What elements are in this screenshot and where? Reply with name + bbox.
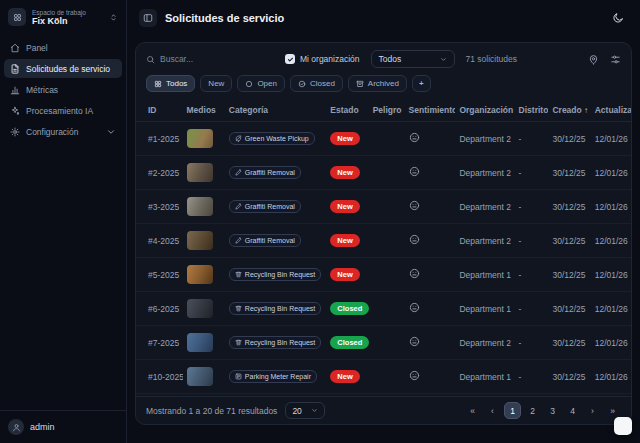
category-icon (235, 169, 242, 176)
category-label: Graffiti Removal (245, 237, 295, 244)
category-icon (235, 339, 242, 346)
neutral-sentiment-icon (409, 370, 420, 381)
sidebar-item-metricas[interactable]: Métricas (4, 80, 122, 99)
status-filter-chips: Todos New Open Closed Arc (136, 72, 631, 99)
filter-chip-open[interactable]: Open (237, 75, 285, 92)
sidebar-item-procesamiento-ia[interactable]: Procesamiento IA (4, 101, 122, 120)
results-count: 71 solicitudes (466, 54, 518, 64)
my-organization-label: Mi organización (300, 54, 360, 64)
filter-chip-label: Open (257, 79, 277, 88)
my-organization-checkbox[interactable]: Mi organización (285, 54, 360, 64)
district-cell: - (515, 156, 549, 190)
col-sentimiento[interactable]: Sentimiento (405, 99, 456, 122)
table-row[interactable]: #6-2025 Recycling Bin Request Closed Dep… (136, 292, 631, 326)
table-row[interactable]: #10-2025 Parking Meter Repair New Depart… (136, 360, 631, 394)
checkbox-box[interactable] (285, 54, 295, 64)
filter-chip-label: Todos (166, 79, 187, 88)
topbar: Solicitudes de servicio (127, 0, 640, 36)
list-toolbar: Mi organización Todos 71 solicitudes (136, 43, 631, 72)
filter-chip-closed[interactable]: Closed (290, 75, 343, 92)
sidebar-item-configuracion[interactable]: Configuración (4, 122, 122, 141)
prev-page-button[interactable]: ‹ (484, 402, 501, 419)
page-button[interactable]: 3 (544, 402, 561, 419)
filter-chip-archived[interactable]: Archived (348, 75, 407, 92)
filter-chip-todos[interactable]: Todos (146, 75, 195, 92)
page-button[interactable]: 2 (524, 402, 541, 419)
table-body: #1-2025 Green Waste Pickup New Departmen… (136, 122, 631, 397)
table-row[interactable]: #5-2025 Recycling Bin Request New Depart… (136, 258, 631, 292)
workspace-label: Espacio de trabajo (32, 9, 103, 16)
media-cell (183, 122, 225, 156)
created-cell: 30/12/25 (548, 156, 590, 190)
filter-chip-new[interactable]: New (200, 75, 232, 92)
search-input[interactable] (160, 54, 274, 64)
chat-widget-button[interactable] (614, 417, 632, 435)
first-page-button[interactable]: « (464, 402, 481, 419)
next-page-button[interactable]: › (584, 402, 601, 419)
danger-cell (369, 224, 405, 258)
table-footer: Mostrando 1 a 20 de 71 resultados 20 « ‹… (136, 396, 631, 424)
col-id[interactable]: ID (136, 99, 183, 122)
sparkles-icon (10, 106, 20, 116)
table-row[interactable]: #1-2025 Green Waste Pickup New Departmen… (136, 122, 631, 156)
organization-cell: Department 1 (455, 292, 514, 326)
user-menu[interactable]: admin (0, 410, 126, 443)
col-peligro[interactable]: Peligro (369, 99, 405, 122)
table-row[interactable]: #4-2025 Graffiti Removal New Department … (136, 224, 631, 258)
col-estado[interactable]: Estado (326, 99, 368, 122)
search-icon (146, 55, 155, 64)
map-pin-icon[interactable] (588, 54, 599, 65)
col-categoria[interactable]: Categoría (225, 99, 327, 122)
created-cell: 30/12/25 (548, 190, 590, 224)
add-filter-button[interactable]: + (412, 75, 431, 92)
page-size-select[interactable]: 20 (285, 402, 325, 419)
district-cell: - (515, 224, 549, 258)
media-thumbnail[interactable] (187, 333, 213, 352)
sentiment-cell (405, 258, 456, 292)
workspace-switcher[interactable]: Espacio de trabajo Fix Köln (0, 0, 126, 32)
col-organizacion[interactable]: Organización (455, 99, 514, 122)
category-label: Graffiti Removal (245, 169, 295, 176)
sentiment-cell (405, 326, 456, 360)
sidebar-item-solicitudes[interactable]: Solicitudes de servicio (4, 59, 122, 78)
updated-cell: 12/01/26 (591, 122, 631, 156)
page-button[interactable]: 4 (564, 402, 581, 419)
chevrons-up-down-icon[interactable] (109, 13, 118, 22)
sidebar-item-panel[interactable]: Panel (4, 38, 122, 57)
sidebar-item-label: Métricas (26, 85, 58, 95)
requests-table-wrap[interactable]: ID Medios Categoría Estado Peligro Senti… (136, 99, 631, 396)
media-thumbnail[interactable] (187, 163, 213, 182)
table-row[interactable]: #2-2025 Graffiti Removal New Department … (136, 156, 631, 190)
category-badge: Recycling Bin Request (229, 302, 321, 315)
col-medios[interactable]: Medios (183, 99, 225, 122)
category-label: Graffiti Removal (245, 203, 295, 210)
media-thumbnail[interactable] (187, 129, 213, 148)
neutral-sentiment-icon (409, 268, 420, 279)
organization-select[interactable]: Todos (371, 50, 455, 68)
page-size-value: 20 (292, 406, 301, 416)
media-cell (183, 224, 225, 258)
col-creado[interactable]: Creado ↑ (548, 99, 590, 122)
media-thumbnail[interactable] (187, 231, 213, 250)
media-thumbnail[interactable] (187, 197, 213, 216)
grid-icon (154, 80, 162, 88)
request-id: #5-2025 (136, 258, 183, 292)
col-distrito[interactable]: Distrito (515, 99, 549, 122)
category-icon (235, 203, 242, 210)
table-row[interactable]: #7-2025 Recycling Bin Request Closed Dep… (136, 326, 631, 360)
category-cell: Graffiti Removal (225, 156, 327, 190)
sidebar-toggle-icon[interactable] (139, 9, 157, 27)
organization-cell: Department 2 (455, 224, 514, 258)
view-options-sliders-icon[interactable] (610, 54, 621, 65)
media-thumbnail[interactable] (187, 265, 213, 284)
col-actualizado[interactable]: Actualizado (591, 99, 631, 122)
search-box (146, 54, 274, 64)
media-cell (183, 190, 225, 224)
theme-toggle-moon-icon[interactable] (608, 8, 628, 28)
media-thumbnail[interactable] (187, 367, 213, 386)
page-button[interactable]: 1 (504, 402, 521, 419)
media-cell (183, 360, 225, 394)
table-row[interactable]: #3-2025 Graffiti Removal New Department … (136, 190, 631, 224)
media-thumbnail[interactable] (187, 299, 213, 318)
district-cell: - (515, 360, 549, 394)
